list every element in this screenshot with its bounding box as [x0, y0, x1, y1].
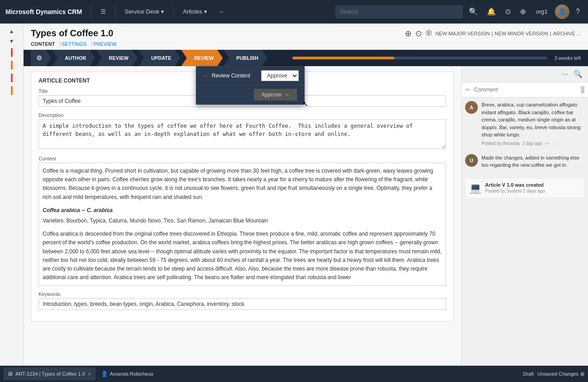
new-minor-version-link[interactable]: NEW MINOR VERSION [495, 31, 548, 36]
workflow-steps: ⚙ AUTHOR REVIEW UPDATE REVIEW [31, 50, 285, 66]
copy-button[interactable]: ® [426, 29, 432, 38]
help-plus-button[interactable]: ⊕ [517, 5, 529, 18]
status-right: Draft Unsaved Changes ⊞ [523, 371, 584, 377]
article-created-icon: 💻 [469, 182, 481, 194]
comment-item-2: U Made the changes, added in something e… [465, 154, 584, 171]
content-para-arabica: Coffea arabica is descended from the ori… [43, 230, 442, 282]
tab-close-button[interactable]: ✕ [87, 372, 91, 377]
status-draft-label: Draft [523, 371, 534, 377]
comment-scrollbar[interactable] [581, 86, 584, 93]
approve-button[interactable]: Approve → [254, 89, 297, 101]
popup-row: → Review Content Approve [196, 67, 304, 85]
nav-forward-button[interactable]: → [214, 6, 228, 17]
workflow-step-settings[interactable]: ⚙ [31, 50, 51, 66]
version-links: NEW MAJOR VERSION | NEW MINOR VERSION | … [435, 31, 581, 36]
description-label: Description [39, 112, 446, 118]
keywords-label: Keywords [39, 291, 446, 297]
sidebar-search-button[interactable]: 🔍 [572, 69, 584, 79]
status-bar-red [11, 48, 13, 57]
top-nav: Microsoft Dynamics CRM ☰ Service Desk ▾ … [0, 0, 588, 24]
content-field: Content Coffee is a magical thing. Prune… [39, 156, 446, 286]
workflow-bar: ⚙ AUTHOR REVIEW UPDATE REVIEW [24, 50, 588, 66]
workflow-step-update[interactable]: UPDATE [138, 50, 180, 66]
cursor-icon: ↖ [302, 100, 308, 108]
chevron-down-icon: ▾ [161, 8, 164, 15]
articles-nav-button[interactable]: Articles ▾ [179, 6, 211, 17]
comment-undo-button[interactable]: ↩ [545, 140, 549, 147]
service-desk-nav-button[interactable]: Service Desk ▾ [121, 6, 168, 17]
articles-label: Articles [183, 8, 202, 15]
comment-avatar-amanda: A [465, 101, 478, 114]
approve-button-label: Approve [261, 92, 282, 98]
comment-more-button[interactable]: ··· [552, 140, 557, 147]
tab-user: 👤 Amanda Robicheux [101, 371, 153, 377]
workflow-step-author[interactable]: AUTHOR [52, 50, 95, 66]
page-title-row: Types of Coffee 1.0 ⊕ ⊙ ® NEW MAJOR VERS… [31, 28, 581, 39]
workflow-step-review2[interactable]: REVIEW [181, 50, 223, 66]
page-header: Types of Coffee 1.0 ⊕ ⊙ ® NEW MAJOR VERS… [24, 24, 588, 50]
nav-divider-2 [115, 5, 116, 18]
workflow-container: ⚙ AUTHOR REVIEW UPDATE REVIEW [24, 50, 588, 66]
tab-preview[interactable]: PREVIEW [93, 40, 117, 48]
keywords-input[interactable] [39, 298, 446, 310]
comment-text-1: Breve, arabica, cup caramelization affog… [481, 101, 584, 139]
service-desk-label: Service Desk [125, 8, 160, 15]
sidebar-toolbar: ··· 🔍 [462, 66, 588, 82]
popup-arrow-icon: → [202, 72, 208, 79]
workflow-review2-label: REVIEW [194, 55, 214, 61]
articles-chevron-icon: ▾ [204, 8, 207, 15]
right-sidebar: ··· 🔍 ✏ A Breve, arabica, cup carameliza… [461, 66, 588, 366]
page-tabs: CONTENT | SETTINGS | PREVIEW [31, 40, 581, 48]
workflow-review1-label: REVIEW [109, 55, 128, 61]
sidebar-more-button[interactable]: ··· [560, 69, 570, 79]
tab-settings[interactable]: SETTINGS [62, 40, 87, 48]
workflow-update-label: UPDATE [151, 55, 171, 61]
org-label: org1 [532, 6, 551, 17]
help-button[interactable]: ? [573, 6, 583, 18]
hamburger-menu-button[interactable]: ☰ [97, 6, 110, 17]
workflow-step-review1[interactable]: REVIEW [96, 50, 137, 66]
search-button[interactable]: 🔍 [466, 5, 481, 18]
unsaved-icon: ⊞ [580, 371, 584, 377]
forward-icon: → [218, 8, 224, 15]
comment-meta-1: Posted by Amanda 1 day ago ↩ ··· [481, 140, 584, 147]
review-option-select[interactable]: Approve [261, 70, 299, 81]
status-tab[interactable]: ⊞ ART-1234 | Types of Coffee 1.0 ✕ [4, 367, 96, 380]
activity-item: 💻 Article V 1.0 was created Posted by Sy… [465, 178, 584, 198]
workflow-progress-fill [292, 57, 394, 59]
add-version-button[interactable]: ⊕ [405, 29, 412, 39]
comment-avatar-user: U [465, 154, 478, 167]
refresh-button[interactable]: ⊙ [415, 29, 422, 39]
comment-input-row: ✏ [462, 82, 588, 97]
main-area: ▲ ▼ Types of Coffee 1.0 ⊕ ⊙ ® NEW MAJOR … [0, 24, 588, 366]
tab-content[interactable]: CONTENT [31, 40, 55, 48]
activity-body: Article V 1.0 was created Posted by Syst… [485, 182, 580, 194]
page-title: Types of Coffee 1.0 [31, 28, 113, 39]
global-search-input[interactable] [335, 5, 462, 18]
content-area[interactable]: Coffee is a magical thing. Pruned short … [39, 163, 446, 286]
coffea-italic-label: Coffea arabica -- C. arabica [43, 207, 113, 213]
status-bar-orange [11, 61, 13, 70]
notifications-button[interactable]: 🔔 [484, 5, 499, 18]
scroll-up-icon[interactable]: ▲ [8, 27, 15, 35]
nav-divider-3 [173, 5, 174, 18]
description-textarea[interactable]: A simple introduction to the types of co… [39, 119, 446, 149]
comment-body-1: Breve, arabica, cup caramelization affog… [481, 101, 584, 147]
new-major-version-link[interactable]: NEW MAJOR VERSION [435, 31, 490, 36]
content-para-varieties: Varieties: Bourbon, Typica, Caturra, Mun… [43, 217, 442, 225]
comment-pencil-icon: ✏ [465, 86, 471, 93]
settings-button[interactable]: ⊙ [502, 5, 514, 18]
workflow-author-label: AUTHOR [65, 55, 86, 61]
status-bar-orange-2 [11, 86, 13, 95]
page-title-actions: ⊕ ⊙ ® NEW MAJOR VERSION | NEW MINOR VERS… [405, 29, 581, 39]
avatar-image: 👤 [555, 5, 569, 19]
user-avatar[interactable]: 👤 [555, 5, 569, 19]
status-bar-red-2 [11, 73, 13, 82]
comment-input[interactable] [474, 87, 577, 93]
content-panel: Types of Coffee 1.0 ⊕ ⊙ ® NEW MAJOR VERS… [24, 24, 588, 366]
comment-time-1: 1 day ago [522, 141, 542, 146]
scroll-down-icon[interactable]: ▼ [8, 37, 15, 45]
archive-link[interactable]: ARCHIVE ... [553, 31, 581, 36]
workflow-step-publish[interactable]: PUBLISH [224, 50, 267, 66]
user-icon: 👤 [101, 371, 108, 377]
